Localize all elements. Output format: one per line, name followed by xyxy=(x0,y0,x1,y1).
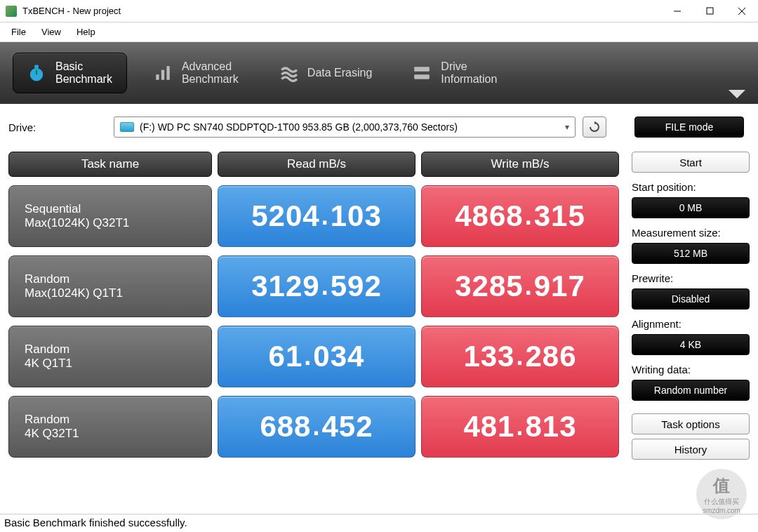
svg-rect-5 xyxy=(35,65,38,67)
svg-rect-8 xyxy=(161,70,164,80)
header-task-name: Task name xyxy=(8,152,212,177)
refresh-button[interactable] xyxy=(583,117,606,138)
decimal-dot: . xyxy=(302,342,313,371)
read-value[interactable]: 688.452 xyxy=(218,396,415,458)
value-frac: 592 xyxy=(331,270,382,303)
result-row: Sequential Max(1024K) Q32T1 5204.103 486… xyxy=(8,185,619,247)
start-button[interactable]: Start xyxy=(632,152,750,173)
value-frac: 103 xyxy=(331,199,382,233)
disk-icon xyxy=(120,122,134,132)
drive-selected-text: (F:) WD PC SN740 SDDPTQD-1T00 953.85 GB … xyxy=(140,121,458,133)
menu-help[interactable]: Help xyxy=(69,24,102,40)
write-value[interactable]: 133.286 xyxy=(421,326,619,387)
tab-label: Drive xyxy=(441,60,497,73)
alignment-button[interactable]: 4 KB xyxy=(632,334,750,355)
side-panel: Start Start position: 0 MB Measurement s… xyxy=(632,152,750,460)
svg-rect-11 xyxy=(415,74,430,79)
window-controls xyxy=(661,0,758,22)
smzdm-watermark: 值 什么值得买 smzdm.com xyxy=(696,469,747,519)
minimize-button[interactable] xyxy=(661,0,693,22)
decimal-dot: . xyxy=(524,201,534,231)
alignment-label: Alignment: xyxy=(632,318,750,330)
result-row: Random Max(1024K) Q1T1 3129.592 3285.917 xyxy=(8,255,619,317)
task-name-line1: Random xyxy=(25,413,196,427)
start-position-button[interactable]: 0 MB xyxy=(632,197,750,218)
value-frac: 034 xyxy=(313,340,364,373)
svg-rect-1 xyxy=(707,8,713,14)
decimal-dot: . xyxy=(524,272,534,301)
writing-data-label: Writing data: xyxy=(632,364,750,375)
tab-label: Benchmark xyxy=(55,73,112,86)
value-frac: 917 xyxy=(534,270,585,303)
close-icon xyxy=(738,7,746,15)
tabstrip: Basic Benchmark Advanced Benchmark Data … xyxy=(0,42,758,104)
drive-icon xyxy=(413,64,431,82)
value-int: 688 xyxy=(260,410,311,444)
read-value[interactable]: 61.034 xyxy=(218,326,415,387)
app-icon xyxy=(6,6,17,17)
close-button[interactable] xyxy=(726,0,758,22)
minimize-icon xyxy=(673,7,681,15)
task-name-line1: Sequential xyxy=(25,202,196,216)
header-read: Read mB/s xyxy=(218,152,415,177)
write-value[interactable]: 4868.315 xyxy=(421,185,619,247)
menu-file[interactable]: File xyxy=(4,24,33,40)
svg-rect-7 xyxy=(156,74,159,80)
decimal-dot: . xyxy=(514,412,525,441)
value-int: 3285 xyxy=(455,270,523,303)
measurement-size-label: Measurement size: xyxy=(632,227,750,239)
results-table: Task name Read mB/s Write mB/s Sequentia… xyxy=(8,152,619,460)
content: Task name Read mB/s Write mB/s Sequentia… xyxy=(0,145,758,460)
svg-rect-9 xyxy=(166,66,169,80)
svg-rect-10 xyxy=(415,67,430,72)
writing-data-button[interactable]: Random number xyxy=(632,380,750,401)
watermark-char: 值 xyxy=(713,474,730,497)
tab-basic-benchmark[interactable]: Basic Benchmark xyxy=(13,53,127,94)
bars-icon xyxy=(154,64,172,82)
tab-label: Information xyxy=(441,73,497,86)
header-write: Write mB/s xyxy=(421,152,619,177)
decimal-dot: . xyxy=(514,342,525,371)
chevron-down-icon: ▾ xyxy=(565,122,569,132)
measurement-size-button[interactable]: 512 MB xyxy=(632,243,750,264)
history-button[interactable]: History xyxy=(632,439,750,460)
watermark-domain: smzdm.com xyxy=(703,507,740,514)
task-cell[interactable]: Random 4K Q1T1 xyxy=(8,326,212,387)
window-title: TxBENCH - New project xyxy=(22,6,121,16)
refresh-icon xyxy=(588,121,601,133)
menubar: File View Help xyxy=(0,22,758,42)
tab-label: Basic xyxy=(55,60,112,73)
prewrite-button[interactable]: Disabled xyxy=(632,288,750,310)
value-frac: 315 xyxy=(534,199,585,233)
tab-advanced-benchmark[interactable]: Advanced Benchmark xyxy=(140,53,253,93)
menu-view[interactable]: View xyxy=(34,24,68,40)
task-cell[interactable]: Random 4K Q32T1 xyxy=(8,396,212,458)
value-int: 3129 xyxy=(251,270,319,303)
read-value[interactable]: 3129.592 xyxy=(218,255,415,317)
tab-drive-information[interactable]: Drive Information xyxy=(399,53,511,93)
result-row: Random 4K Q32T1 688.452 481.813 xyxy=(8,396,619,458)
maximize-icon xyxy=(706,7,714,15)
tabs-overflow-icon[interactable] xyxy=(729,90,745,98)
write-value[interactable]: 481.813 xyxy=(421,396,619,458)
result-row: Random 4K Q1T1 61.034 133.286 xyxy=(8,326,619,387)
read-value[interactable]: 5204.103 xyxy=(218,185,415,247)
task-options-button[interactable]: Task options xyxy=(632,413,750,434)
task-name-line1: Random xyxy=(25,343,196,357)
maximize-button[interactable] xyxy=(693,0,726,22)
tab-data-erasing[interactable]: Data Erasing xyxy=(265,57,387,89)
tab-label: Data Erasing xyxy=(307,67,373,79)
drive-select[interactable]: (F:) WD PC SN740 SDDPTQD-1T00 953.85 GB … xyxy=(114,117,576,138)
decimal-dot: . xyxy=(311,412,321,441)
tab-label: Benchmark xyxy=(182,73,239,86)
value-frac: 452 xyxy=(322,410,373,444)
value-frac: 286 xyxy=(526,340,577,373)
task-cell[interactable]: Random Max(1024K) Q1T1 xyxy=(8,255,212,317)
file-mode-button[interactable]: FILE mode xyxy=(634,117,744,138)
task-name-line2: Max(1024K) Q1T1 xyxy=(25,286,196,300)
stopwatch-icon xyxy=(27,64,46,82)
write-value[interactable]: 3285.917 xyxy=(421,255,619,317)
task-name-line2: 4K Q1T1 xyxy=(25,357,196,371)
task-cell[interactable]: Sequential Max(1024K) Q32T1 xyxy=(8,185,212,247)
decimal-dot: . xyxy=(320,201,331,231)
